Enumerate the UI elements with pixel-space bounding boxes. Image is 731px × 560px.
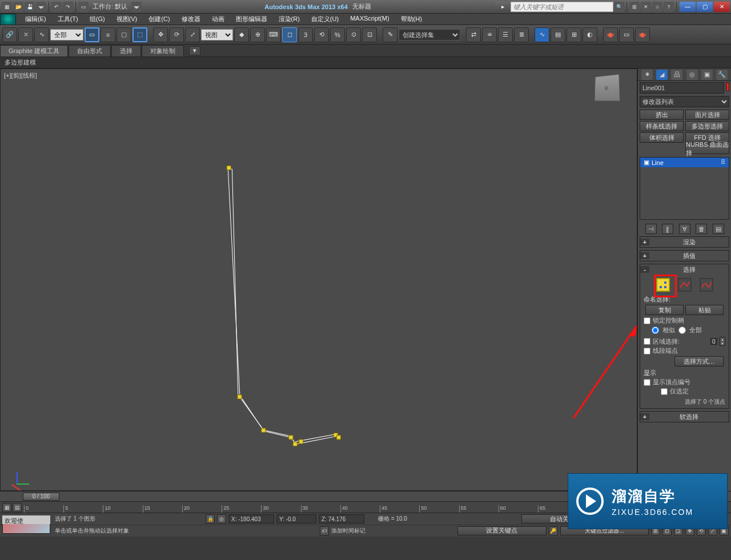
- hierarchy-tab-icon[interactable]: 品: [671, 70, 682, 80]
- edit-named-sel-icon[interactable]: ✎: [383, 27, 397, 42]
- move-tool[interactable]: ✥: [153, 27, 168, 42]
- exchange-icon[interactable]: ✕: [641, 2, 651, 12]
- coord-x[interactable]: X: -180.403: [228, 514, 274, 523]
- rotate-tool[interactable]: ⟳: [169, 27, 184, 42]
- segment-subobject-button[interactable]: [678, 278, 692, 292]
- stack-item-line[interactable]: ▣ Line ⠿: [640, 158, 729, 167]
- unique-icon[interactable]: ∀: [679, 224, 690, 234]
- menu-v[interactable]: 视图(V): [111, 15, 143, 23]
- ribbon-subtab[interactable]: 多边形建模: [0, 57, 731, 69]
- layers-icon[interactable]: ☰: [498, 27, 513, 42]
- modifier-button[interactable]: 多边形选择: [685, 121, 729, 131]
- spinner-snap-icon[interactable]: ⊙: [346, 27, 361, 42]
- similar-radio[interactable]: [652, 327, 659, 334]
- menu-g[interactable]: 组(G): [84, 15, 111, 23]
- menu-h[interactable]: 帮助(H): [395, 15, 428, 23]
- close-button[interactable]: ✕: [714, 2, 730, 12]
- mirror-icon[interactable]: ⇄: [466, 27, 481, 42]
- app-badge-icon[interactable]: [0, 14, 16, 25]
- coord-y[interactable]: Y: -0.0: [276, 514, 316, 523]
- menu-[interactable]: 修改器: [176, 15, 206, 23]
- menu-c[interactable]: 创建(C): [143, 15, 175, 23]
- rect-region-icon[interactable]: ▢: [117, 27, 131, 42]
- help-icon[interactable]: ?: [664, 2, 674, 12]
- snap-options-icon[interactable]: ⊡: [362, 27, 377, 42]
- display-tab-icon[interactable]: ▣: [701, 70, 713, 80]
- viewport-front[interactable]: [+][前][线框] 前: [0, 69, 637, 491]
- key-icon[interactable]: 🔑: [549, 526, 558, 535]
- named-selection-set[interactable]: 创建选择集: [399, 29, 460, 41]
- scale-tool[interactable]: ⤢: [185, 27, 200, 42]
- spline-subobject-button[interactable]: [700, 278, 713, 292]
- rollout-header[interactable]: +软选择: [640, 412, 729, 422]
- modifier-button[interactable]: 体积选择: [640, 132, 684, 143]
- material-editor-icon[interactable]: ◐: [583, 27, 597, 42]
- lock-handles-checkbox[interactable]: [644, 317, 650, 324]
- infocenter-expand[interactable]: ▸: [495, 2, 511, 12]
- angle-snap-icon[interactable]: ⟲: [314, 27, 329, 42]
- menu-maxscriptm[interactable]: MAXScript(M): [344, 15, 395, 23]
- undo-icon[interactable]: ↶: [51, 2, 62, 12]
- paste-button[interactable]: 粘贴: [685, 305, 724, 315]
- time-tag-icon[interactable]: 🏷: [320, 526, 329, 535]
- subscription-icon[interactable]: ⊞: [629, 2, 640, 12]
- all-radio[interactable]: [678, 327, 686, 334]
- menu-t[interactable]: 工具(T): [52, 15, 84, 23]
- keyboard-shortcut-icon[interactable]: ⌨: [266, 27, 281, 42]
- modifier-button[interactable]: NURBS 曲面选择: [685, 144, 729, 154]
- menu-e[interactable]: 编辑(E): [19, 15, 52, 23]
- area-select-checkbox[interactable]: [644, 338, 650, 345]
- minimize-button[interactable]: —: [680, 2, 696, 12]
- modifier-button[interactable]: 挤出: [640, 110, 684, 120]
- select-by-button[interactable]: 选择方式…: [674, 356, 724, 366]
- show-vertex-num-checkbox[interactable]: [644, 379, 650, 386]
- selection-filter[interactable]: 全部: [50, 29, 83, 41]
- search-input[interactable]: [511, 2, 613, 12]
- redo-icon[interactable]: ↷: [63, 2, 73, 12]
- chevron-down-icon[interactable]: [131, 2, 142, 12]
- window-crossing-icon[interactable]: ⬚: [132, 27, 147, 42]
- expand-icon[interactable]: ▣: [644, 159, 649, 166]
- render-icon[interactable]: 🫖: [635, 27, 650, 42]
- segment-end-checkbox[interactable]: [644, 348, 650, 354]
- pin-stack-icon[interactable]: ⊣: [645, 224, 657, 234]
- modifier-stack[interactable]: ▣ Line ⠿: [640, 157, 729, 220]
- trackbar-filter-icon[interactable]: ▤: [13, 503, 22, 512]
- schematic-view-icon[interactable]: ⊞: [567, 27, 581, 42]
- ribbon-tab[interactable]: 自由形式: [69, 45, 111, 57]
- dope-sheet-icon[interactable]: ▤: [551, 27, 565, 42]
- render-setup-icon[interactable]: 🫖: [603, 27, 618, 42]
- vertex-subobject-button[interactable]: [656, 278, 670, 292]
- remove-mod-icon[interactable]: 🗑: [696, 224, 707, 234]
- isolate-icon[interactable]: ◎: [217, 514, 226, 523]
- menu-u[interactable]: 自定义(U): [306, 15, 344, 23]
- object-name-field[interactable]: [640, 82, 724, 94]
- ribbon-tab[interactable]: 选择: [111, 45, 141, 57]
- modifier-button[interactable]: 样条线选择: [640, 121, 684, 131]
- ribbon-tab[interactable]: 对象绘制: [142, 45, 184, 57]
- spinner-arrows[interactable]: ▲▼: [720, 337, 725, 346]
- project-icon[interactable]: ▭: [78, 2, 89, 12]
- menu-r[interactable]: 渲染(R): [273, 15, 306, 23]
- utilities-tab-icon[interactable]: 🔧: [716, 70, 728, 80]
- rollout-header[interactable]: +渲染: [640, 237, 729, 247]
- rollout-header[interactable]: -选择: [640, 264, 729, 275]
- link-icon[interactable]: 🔗: [2, 27, 17, 42]
- lock-icon[interactable]: 🔒: [206, 514, 215, 523]
- curve-editor-icon[interactable]: ∿: [535, 27, 549, 42]
- manipulate-icon[interactable]: ⊕: [250, 27, 265, 42]
- maximize-button[interactable]: ▢: [697, 2, 713, 12]
- save-icon[interactable]: 💾: [25, 2, 35, 12]
- trackbar-menu-icon[interactable]: ▦: [2, 503, 11, 512]
- align-icon[interactable]: ≑: [482, 27, 497, 42]
- modifier-button[interactable]: 面片选择: [685, 110, 729, 120]
- object-color-swatch[interactable]: [726, 82, 729, 91]
- modifier-list-select[interactable]: 修改器列表: [640, 96, 729, 107]
- rollout-header[interactable]: +插值: [640, 251, 729, 261]
- layer-manager-icon[interactable]: ≣: [514, 27, 529, 42]
- pivot-icon[interactable]: ◆: [234, 27, 249, 42]
- create-tab-icon[interactable]: ✷: [641, 70, 653, 80]
- render-frame-icon[interactable]: ▭: [619, 27, 634, 42]
- copy-button[interactable]: 复制: [645, 305, 684, 315]
- ref-coord-select[interactable]: 视图: [201, 29, 233, 41]
